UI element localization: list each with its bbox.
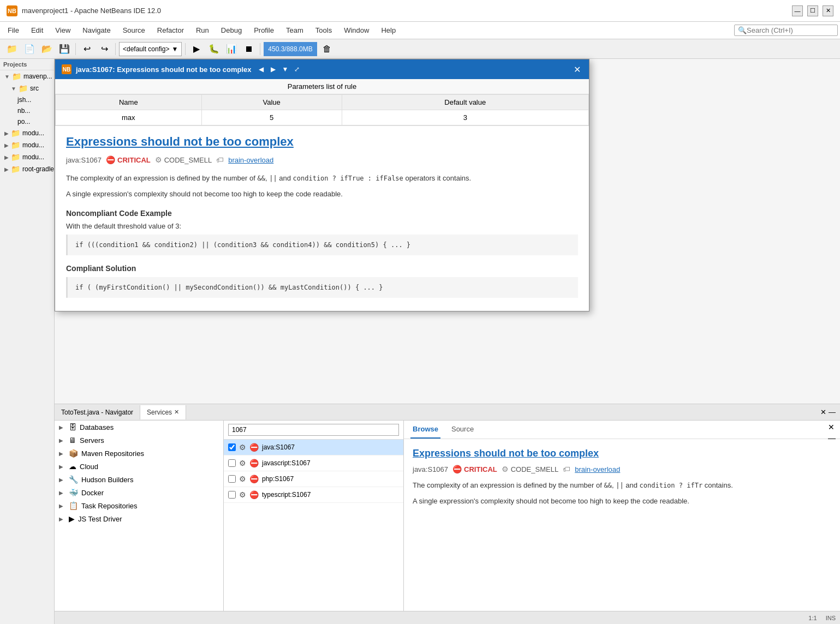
run-button[interactable]: ▶ — [189, 41, 204, 57]
minimize-button[interactable]: — — [792, 5, 803, 16]
stop-button[interactable]: ⏹ — [241, 41, 257, 57]
sidebar-item-maven[interactable]: ▼ 📁 mavenp... — [0, 70, 54, 82]
tab-close-icon[interactable]: ✕ — [174, 409, 179, 416]
redo-button[interactable]: ↪ — [97, 41, 112, 57]
config-dropdown[interactable]: <default config> ▼ — [119, 42, 182, 56]
sidebar-item-label: modu... — [22, 129, 44, 137]
sidebar-item-modu1[interactable]: ▶ 📁 modu... — [0, 127, 54, 139]
rule-checkbox[interactable] — [228, 491, 236, 499]
tab-navigator[interactable]: TotoTest.java - Navigator — [55, 405, 140, 419]
tab-services[interactable]: Services ✕ — [140, 405, 186, 419]
services-item-task[interactable]: ▶ 📋 Task Repositories — [55, 499, 223, 512]
open-button[interactable]: 📂 — [39, 41, 55, 57]
menu-source[interactable]: Source — [117, 24, 151, 37]
search-icon: 🔍 — [738, 26, 747, 34]
detail-tabs: Browse Source — [404, 421, 840, 439]
rule-checkbox[interactable] — [228, 443, 236, 451]
gc-button[interactable]: 🗑 — [319, 41, 335, 57]
rule-list-item-typescript[interactable]: ⚙ ⛔ typescript:S1067 — [224, 487, 403, 503]
modal-next-button[interactable]: ▶ — [267, 64, 278, 75]
menu-profile[interactable]: Profile — [248, 24, 279, 37]
sidebar-item-label: root-gradle-multi-project — [22, 165, 55, 173]
services-item-jstest[interactable]: ▶ ▶ JS Test Driver — [55, 512, 223, 525]
editor-mode: INS — [826, 615, 836, 621]
rule-list-item-javascript[interactable]: ⚙ ⛔ javascript:S1067 — [224, 455, 403, 471]
modal-prev-button[interactable]: ◀ — [255, 64, 266, 75]
rule-list-item-java[interactable]: ⚙ ⛔ java:S1067 — [224, 440, 403, 455]
sidebar-item-jsh[interactable]: jsh... — [0, 94, 54, 105]
close-panel-icon[interactable]: ✕ — [820, 408, 826, 416]
memory-indicator[interactable]: 450.3/888.0MB — [264, 42, 317, 56]
menu-file[interactable]: File — [2, 24, 25, 37]
chevron-down-icon: ▼ — [171, 45, 178, 53]
database-icon: 🗄 — [69, 423, 76, 431]
task-icon: 📋 — [69, 501, 78, 510]
table-row: max 5 3 — [56, 110, 589, 125]
profile-button[interactable]: 📊 — [224, 41, 239, 57]
services-item-databases[interactable]: ▶ 🗄 Databases — [55, 421, 223, 434]
tab-browse[interactable]: Browse — [410, 421, 440, 439]
new-project-button[interactable]: 📁 — [4, 41, 20, 57]
noncompliant-title: Noncompliant Code Example — [66, 209, 578, 218]
menu-navigate[interactable]: Navigate — [77, 24, 116, 37]
save-button[interactable]: 💾 — [57, 41, 72, 57]
menu-help[interactable]: Help — [376, 24, 401, 37]
panel-controls: ✕ — — [824, 421, 840, 445]
detail-tag[interactable]: brain-overload — [575, 465, 620, 473]
expand-arrow: ▶ — [59, 437, 65, 443]
rule-checkbox[interactable] — [228, 459, 236, 467]
rule-list-item-php[interactable]: ⚙ ⛔ php:S1067 — [224, 471, 403, 487]
menu-refactor[interactable]: Refactor — [152, 24, 189, 37]
search-box[interactable]: 🔍 — [734, 25, 838, 36]
close-button[interactable]: ✕ — [823, 5, 833, 16]
rule-search-input[interactable] — [228, 424, 399, 436]
sidebar-item-root-gradle[interactable]: ▶ 📁 root-gradle-multi-project — [0, 163, 54, 175]
modal-body: Expressions should not be too complex ja… — [55, 126, 589, 311]
services-item-cloud[interactable]: ▶ ☁ Cloud — [55, 460, 223, 473]
services-item-maven[interactable]: ▶ 📦 Maven Repositories — [55, 447, 223, 460]
tab-source[interactable]: Source — [449, 421, 476, 439]
gear-icon: ⚙ — [239, 490, 246, 499]
menu-bar: File Edit View Navigate Source Refactor … — [0, 22, 840, 39]
jstest-icon: ▶ — [69, 514, 75, 523]
close-panel-button[interactable]: ✕ — [828, 423, 836, 431]
modal-close-button[interactable]: ✕ — [571, 64, 582, 75]
sidebar-item-src[interactable]: ▼ 📁 src — [0, 82, 54, 94]
sidebar-item-modu3[interactable]: ▶ 📁 modu... — [0, 151, 54, 163]
modal-tag[interactable]: brain-overload — [228, 156, 273, 164]
menu-team[interactable]: Team — [281, 24, 309, 37]
modal-rule-title[interactable]: Expressions should not be too complex — [66, 135, 578, 149]
menu-view[interactable]: View — [50, 24, 76, 37]
param-default: 3 — [342, 110, 588, 125]
severity-label: CRITICAL — [464, 465, 497, 473]
sidebar-item-po[interactable]: po... — [0, 116, 54, 127]
menu-run[interactable]: Run — [190, 24, 215, 37]
menu-debug[interactable]: Debug — [216, 24, 247, 37]
sidebar-item-nb[interactable]: nb... — [0, 105, 54, 116]
menu-window[interactable]: Window — [338, 24, 374, 37]
minimize-panel-icon[interactable]: — — [829, 408, 836, 416]
search-input[interactable] — [747, 26, 834, 34]
sidebar-item-label: modu... — [22, 141, 44, 149]
services-item-label: JS Test Driver — [78, 515, 122, 523]
tab-bar: TotoTest.java - Navigator Services ✕ ✕ — — [55, 404, 840, 421]
services-item-docker[interactable]: ▶ 🐳 Docker — [55, 486, 223, 499]
debug-button[interactable]: 🐛 — [206, 41, 222, 57]
modal-expand-button[interactable]: ⤢ — [291, 64, 302, 75]
menu-tools[interactable]: Tools — [310, 24, 337, 37]
minimize-panel-button[interactable]: — — [828, 434, 836, 442]
maximize-button[interactable]: ☐ — [807, 5, 818, 16]
new-file-button[interactable]: 📄 — [22, 41, 37, 57]
modal-dropdown-button[interactable]: ▼ — [279, 64, 290, 75]
menu-edit[interactable]: Edit — [26, 24, 49, 37]
detail-rule-title[interactable]: Expressions should not be too complex — [413, 448, 831, 459]
rule-checkbox[interactable] — [228, 475, 236, 483]
folder-icon: 📁 — [11, 165, 20, 173]
services-item-label: Cloud — [80, 463, 98, 471]
modal-severity: ⛔ CRITICAL — [106, 155, 151, 164]
undo-button[interactable]: ↩ — [79, 41, 94, 57]
services-item-servers[interactable]: ▶ 🖥 Servers — [55, 434, 223, 447]
sidebar-item-modu2[interactable]: ▶ 📁 modu... — [0, 139, 54, 151]
services-item-hudson[interactable]: ▶ 🔧 Hudson Builders — [55, 473, 223, 486]
default-threshold: With the default threshold value of 3: — [66, 222, 578, 230]
